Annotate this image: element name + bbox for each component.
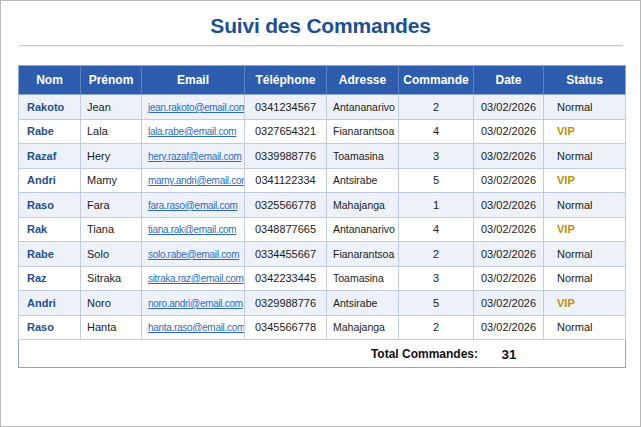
telephone-cell: 0341234567 xyxy=(245,95,327,120)
status-value: VIP xyxy=(557,297,575,309)
status-cell: Normal xyxy=(544,144,626,169)
email-link[interactable]: jean.rakoto@email.com xyxy=(148,102,245,113)
status-cell: VIP xyxy=(544,119,626,144)
status-cell: VIP xyxy=(544,291,626,316)
date-cell: 03/02/2026 xyxy=(474,95,544,120)
table-row: Rak Tiana tiana.rak@email.com 0348877665… xyxy=(19,217,626,242)
total-commandes-value: 31 xyxy=(489,346,529,361)
table-row: Raso Fara fara.raso@email.com 0325566778… xyxy=(19,193,626,218)
adresse-cell: Mahajanga xyxy=(327,315,399,340)
adresse-cell: Mahajanga xyxy=(327,193,399,218)
header-cell: Email xyxy=(142,66,245,95)
commande-cell: 4 xyxy=(399,119,474,144)
nom-cell: Rabe xyxy=(19,119,81,144)
prenom-cell: Hanta xyxy=(81,315,142,340)
title-divider xyxy=(19,45,623,47)
footer-cell: Total Commandes: 31 xyxy=(19,340,626,368)
email-link[interactable]: noro.andri@email.com xyxy=(148,298,243,309)
status-value: VIP xyxy=(557,174,575,186)
prenom-cell: Sitraka xyxy=(81,266,142,291)
nom-cell: Raz xyxy=(19,266,81,291)
email-cell: fara.raso@email.com xyxy=(142,193,245,218)
date-cell: 03/02/2026 xyxy=(474,144,544,169)
adresse-cell: Toamasina xyxy=(327,266,399,291)
prenom-cell: Lala xyxy=(81,119,142,144)
date-cell: 03/02/2026 xyxy=(474,168,544,193)
orders-table: NomPrénomEmailTéléphoneAdresseCommandeDa… xyxy=(18,65,626,368)
table-row: Raz Sitraka sitraka.raz@email.com 034223… xyxy=(19,266,626,291)
footer-row: Total Commandes: 31 xyxy=(19,340,626,368)
adresse-cell: Antsirabe xyxy=(327,168,399,193)
header-cell: Prénom xyxy=(81,66,142,95)
nom-cell: Rak xyxy=(19,217,81,242)
date-cell: 03/02/2026 xyxy=(474,242,544,267)
adresse-cell: Antananarivo xyxy=(327,95,399,120)
email-link[interactable]: lala.rabe@email.com xyxy=(148,126,236,137)
header-row: NomPrénomEmailTéléphoneAdresseCommandeDa… xyxy=(19,66,626,95)
table-row: Andri Mamy mamy.andri@email.com 03411223… xyxy=(19,168,626,193)
orders-table-container: NomPrénomEmailTéléphoneAdresseCommandeDa… xyxy=(18,65,626,368)
commande-cell: 1 xyxy=(399,193,474,218)
nom-cell: Raso xyxy=(19,193,81,218)
status-cell: Normal xyxy=(544,266,626,291)
email-cell: jean.rakoto@email.com xyxy=(142,95,245,120)
table-row: Rabe Lala lala.rabe@email.com 0327654321… xyxy=(19,119,626,144)
header-cell: Adresse xyxy=(327,66,399,95)
adresse-cell: Antsirabe xyxy=(327,291,399,316)
nom-cell: Raso xyxy=(19,315,81,340)
status-value: Normal xyxy=(557,199,592,211)
email-link[interactable]: hanta.raso@email.com xyxy=(148,322,245,333)
commande-cell: 4 xyxy=(399,217,474,242)
adresse-cell: Fianarantsoa xyxy=(327,119,399,144)
telephone-cell: 0339988776 xyxy=(245,144,327,169)
prenom-cell: Fara xyxy=(81,193,142,218)
page-title: Suivi des Commandes xyxy=(1,14,640,38)
date-cell: 03/02/2026 xyxy=(474,193,544,218)
table-body: Rakoto Jean jean.rakoto@email.com 034123… xyxy=(19,95,626,340)
status-value: VIP xyxy=(557,125,575,137)
email-link[interactable]: fara.raso@email.com xyxy=(148,200,237,211)
commande-cell: 5 xyxy=(399,291,474,316)
header-cell: Nom xyxy=(19,66,81,95)
telephone-cell: 0334455667 xyxy=(245,242,327,267)
table-row: Andri Noro noro.andri@email.com 03299887… xyxy=(19,291,626,316)
header-cell: Téléphone xyxy=(245,66,327,95)
commande-cell: 2 xyxy=(399,242,474,267)
email-link[interactable]: hery.razaf@email.com xyxy=(148,151,241,162)
telephone-cell: 0345566778 xyxy=(245,315,327,340)
screenshot-canvas: Suivi des Commandes NomPrénomEmailTéléph… xyxy=(0,0,641,427)
commande-cell: 5 xyxy=(399,168,474,193)
date-cell: 03/02/2026 xyxy=(474,291,544,316)
telephone-cell: 0342233445 xyxy=(245,266,327,291)
status-value: Normal xyxy=(557,150,592,162)
telephone-cell: 0329988776 xyxy=(245,291,327,316)
prenom-cell: Solo xyxy=(81,242,142,267)
status-value: Normal xyxy=(557,101,592,113)
nom-cell: Rabe xyxy=(19,242,81,267)
date-cell: 03/02/2026 xyxy=(474,266,544,291)
email-link[interactable]: sitraka.raz@email.com xyxy=(148,273,244,284)
adresse-cell: Antananarivo xyxy=(327,217,399,242)
status-value: Normal xyxy=(557,248,592,260)
prenom-cell: Mamy xyxy=(81,168,142,193)
telephone-cell: 0341122334 xyxy=(245,168,327,193)
email-cell: tiana.rak@email.com xyxy=(142,217,245,242)
nom-cell: Andri xyxy=(19,168,81,193)
email-link[interactable]: tiana.rak@email.com xyxy=(148,224,236,235)
status-cell: VIP xyxy=(544,168,626,193)
header-cell: Commande xyxy=(399,66,474,95)
email-cell: noro.andri@email.com xyxy=(142,291,245,316)
header-cell: Status xyxy=(544,66,626,95)
nom-cell: Andri xyxy=(19,291,81,316)
adresse-cell: Fianarantsoa xyxy=(327,242,399,267)
telephone-cell: 0327654321 xyxy=(245,119,327,144)
commande-cell: 2 xyxy=(399,315,474,340)
status-cell: Normal xyxy=(544,315,626,340)
commande-cell: 3 xyxy=(399,144,474,169)
email-link[interactable]: mamy.andri@email.com xyxy=(148,175,245,186)
telephone-cell: 0348877665 xyxy=(245,217,327,242)
status-value: Normal xyxy=(557,321,592,333)
email-link[interactable]: solo.rabe@email.com xyxy=(148,249,239,260)
table-row: Razaf Hery hery.razaf@email.com 03399887… xyxy=(19,144,626,169)
email-cell: lala.rabe@email.com xyxy=(142,119,245,144)
